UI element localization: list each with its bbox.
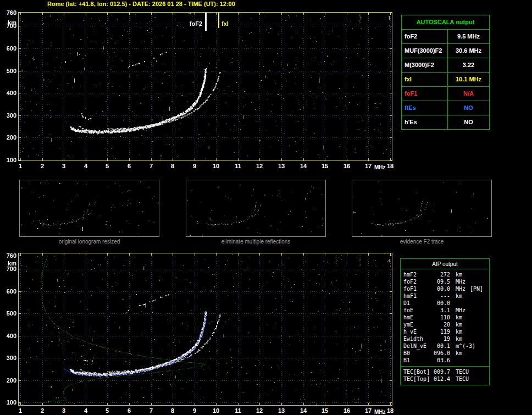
x-tick-label: 11 — [230, 407, 246, 414]
aip-value: 20 — [431, 321, 450, 328]
aip-value: 110 — [431, 314, 450, 321]
profile-plot — [18, 253, 392, 406]
aip-param: D1 — [401, 300, 431, 307]
aip-extra — [462, 271, 467, 278]
aip-extra — [456, 300, 460, 307]
aip-table-row: Ewidth19km — [401, 335, 489, 342]
aip-param: B0 — [401, 350, 431, 357]
x-tick-label: 3 — [56, 163, 72, 169]
aip-extra — [462, 328, 467, 335]
autoscala-param-label: M(3000)F2 — [402, 58, 448, 72]
aip-output-table: AIP output hmF2272kmfoF209.5MHzfoF100.0M… — [400, 258, 490, 385]
thumbnail-caption: evidence F2 trace — [352, 239, 492, 245]
y-tick-label: 600 — [1, 288, 16, 295]
x-tick-label: 10 — [208, 163, 224, 169]
autoscala-param-label: ftEs — [402, 101, 448, 115]
aip-extra: [PN] — [465, 285, 483, 292]
autoscala-param-label: MUF(3000)F2 — [402, 44, 448, 58]
x-tick-label: 10 — [208, 407, 224, 414]
aip-value: 00.0 — [431, 285, 450, 292]
aip-unit — [450, 357, 456, 364]
aip-param: hmF2 — [401, 271, 431, 278]
profile-canvas — [19, 253, 392, 405]
aip-param: B1 — [401, 357, 431, 364]
thumbnail-eliminate-reflections — [186, 180, 326, 237]
autoscala-output-table: AUTOSCALA output foF29.5 MHzMUF(3000)F23… — [401, 15, 490, 130]
aip-value: --- — [431, 292, 450, 300]
aip-value: 09.5 — [431, 278, 450, 285]
x-tick-label: 6 — [121, 163, 137, 169]
aip-param: TEC[Bot] — [401, 368, 431, 375]
x-tick-label: 14 — [295, 407, 312, 414]
aip-param: Ewidth — [401, 335, 431, 342]
aip-param: foF2 — [401, 278, 431, 285]
aip-unit: MHz — [450, 285, 465, 292]
aip-unit: MHz — [450, 307, 465, 314]
aip-param: DelN_vE — [401, 342, 431, 350]
x-tick-label: 6 — [121, 407, 137, 414]
y-tick-label: 500 — [1, 68, 16, 74]
aip-value: 096.0 — [431, 350, 450, 357]
autoscala-param-value: N/A — [448, 87, 489, 101]
aip-table-row: D100.0 — [401, 300, 489, 307]
aip-unit: TECU — [450, 368, 469, 375]
x-tick-label: 15 — [317, 163, 333, 169]
x-tick-label: 2 — [34, 163, 51, 169]
page-title: Rome (lat: +41.8, lon: 012.5) - DATE: 20… — [47, 1, 235, 7]
autoscala-param-value: NO — [448, 101, 489, 115]
autoscala-param-label: foF2 — [402, 30, 448, 43]
aip-param: foE — [401, 307, 431, 314]
aip-value: 3.1 — [431, 307, 450, 314]
aip-table-row: DelN_vE00.1m^(-3) — [401, 342, 489, 350]
autoscala-param-value: 10.1 MHz — [448, 73, 489, 86]
x-tick-label: 15 — [317, 407, 333, 414]
aip-table-row: TEC[Bot]009.7TECU — [401, 368, 489, 375]
x-axis-unit-label: MHz — [374, 164, 386, 170]
aip-unit: km — [450, 314, 462, 321]
y-tick-label: 760 — [1, 252, 16, 259]
x-tick-label: 3 — [56, 407, 72, 414]
autoscala-param-value: 3.22 — [448, 58, 489, 72]
x-tick-label: 9 — [186, 407, 203, 414]
aip-value: 009.7 — [431, 368, 450, 375]
aip-param: foF1 — [401, 285, 431, 292]
aip-tec-section: TEC[Bot]009.7TECUTEC[Top]012.4TECU — [401, 366, 489, 383]
aip-table-row: hmE110km — [401, 314, 489, 321]
aip-table-row: B103.6 — [401, 357, 489, 364]
aip-table-row: foE3.1MHz — [401, 307, 489, 314]
autoscala-param-value: NO — [448, 115, 489, 129]
aip-table-header: AIP output — [401, 259, 489, 269]
x-tick-label: 4 — [77, 407, 94, 414]
y-tick-label: 100 — [1, 399, 16, 406]
y-axis-unit-label: km — [1, 19, 16, 26]
aip-unit: MHz — [450, 278, 465, 285]
autoscala-table-row: foF29.5 MHz — [402, 29, 489, 43]
aip-value: 272 — [431, 271, 450, 278]
aip-unit: m^(-3) — [450, 342, 475, 350]
aip-table-row: hmF2272km — [401, 271, 489, 278]
aip-param: ymE — [401, 321, 431, 328]
x-tick-label: 12 — [251, 163, 268, 169]
x-tick-label: 14 — [295, 163, 312, 169]
y-tick-label: 400 — [1, 333, 16, 339]
x-tick-label: 8 — [164, 163, 181, 169]
aip-table-row: foF209.5MHz — [401, 278, 489, 285]
x-tick-label: 2 — [34, 407, 51, 414]
y-tick-label: 400 — [1, 90, 16, 96]
thumbnail-caption: original ionogram resized — [19, 239, 159, 245]
thumbnail-caption: eliminate multiple reflections — [186, 239, 326, 245]
y-tick-label: 200 — [1, 134, 16, 141]
aip-unit: km — [450, 321, 462, 328]
x-tick-label: 5 — [99, 407, 115, 414]
autoscala-table-row: MUF(3000)F230.6 MHz — [402, 43, 489, 58]
ionogram-canvas — [19, 13, 392, 161]
aip-unit: km — [450, 350, 462, 357]
x-tick-label: 13 — [273, 407, 290, 414]
autoscala-table-row: ftEsNO — [402, 101, 489, 115]
aip-table-row: B0096.0km — [401, 350, 489, 357]
aip-unit: TECU — [450, 375, 469, 383]
aip-extra — [462, 292, 467, 300]
aip-value: 19 — [431, 335, 450, 342]
autoscala-table-rows: foF29.5 MHzMUF(3000)F230.6 MHzM(3000)F23… — [402, 29, 489, 129]
aip-value: 00.1 — [431, 342, 450, 350]
